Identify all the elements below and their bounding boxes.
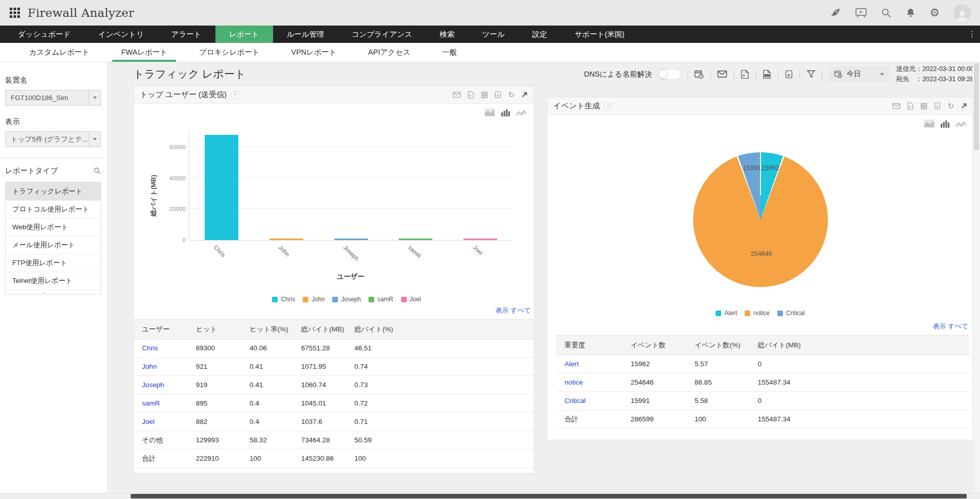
nav-item-reports[interactable]: レポート (215, 26, 273, 43)
vertical-scrollbar-thumb[interactable] (974, 63, 979, 150)
email-report-icon[interactable] (717, 70, 727, 78)
tab-fwa-report[interactable]: FWAレポート (105, 43, 183, 62)
search-icon[interactable] (881, 8, 892, 18)
tab-proxy-report[interactable]: プロキシレポート (183, 43, 275, 62)
expand-icon[interactable] (521, 91, 528, 98)
table-cell: 58.32 (241, 431, 293, 449)
tab-api-access[interactable]: APIアクセス (352, 43, 426, 62)
table-cell: 40.06 (241, 339, 293, 358)
device-select[interactable]: FGT100D186_Sim (5, 90, 101, 106)
report-type-item[interactable]: Telnet使用レポート (6, 272, 101, 290)
legend-label: Chris (281, 296, 295, 303)
report-type-item[interactable]: Web使用レポート (6, 218, 101, 236)
nav-item-search[interactable]: 検索 (426, 26, 469, 43)
bar-chart-icon[interactable] (940, 120, 950, 128)
pdf-icon[interactable]: A (907, 102, 914, 110)
show-all-link[interactable]: 表示 すべて (547, 322, 968, 331)
settings-gear-icon[interactable]: ⚙ (929, 7, 940, 18)
export-xls-icon[interactable]: x (785, 69, 793, 79)
email-icon[interactable] (453, 91, 461, 98)
row-link[interactable]: Joel (142, 418, 155, 425)
expand-icon[interactable] (961, 103, 967, 109)
tab-vpn-report[interactable]: VPNレポート (275, 43, 352, 62)
help-icon[interactable]: ? (231, 91, 238, 99)
line-chart-icon[interactable] (516, 109, 527, 116)
export-pdf-icon[interactable]: A (741, 69, 749, 79)
demo-screen-icon[interactable] (855, 7, 867, 18)
table-head: ユーザーヒットヒット率(%)総バイト(MB)総バイト(%) (134, 320, 534, 339)
row-link[interactable]: notice (565, 378, 583, 386)
schedule-report-icon[interactable] (694, 69, 704, 79)
table-cell: 895 (188, 394, 241, 413)
spreadsheet-icon[interactable] (920, 103, 927, 110)
horizontal-scrollbar[interactable] (0, 493, 980, 499)
dns-resolve-toggle[interactable] (657, 68, 681, 80)
horizontal-scrollbar-thumb[interactable] (131, 494, 967, 498)
bar-chart-icon[interactable] (501, 108, 510, 116)
chevron-down-icon (880, 73, 884, 76)
toolbar-separator: | (709, 70, 712, 79)
nav-item-inventory[interactable]: インベントリ (85, 26, 158, 43)
rocket-icon[interactable] (830, 7, 841, 18)
table-cell: 50.59 (346, 431, 534, 449)
filter-icon[interactable] (806, 69, 816, 79)
report-type-item[interactable]: トラフィックレポート (6, 182, 101, 200)
notifications-bell-icon[interactable] (905, 8, 916, 18)
bar-chart-plot: 0200004000060000 (189, 132, 512, 241)
report-type-item[interactable]: メール使用レポート (6, 236, 101, 254)
row-link[interactable]: samR (142, 399, 160, 407)
xls-icon[interactable]: x (495, 91, 501, 99)
chevron-down-icon (93, 138, 97, 140)
row-link[interactable]: Alert (565, 360, 579, 368)
line-chart-icon[interactable] (955, 120, 966, 128)
nav-kebab-icon[interactable]: ⋮ (968, 26, 976, 43)
app-grid-icon[interactable] (9, 7, 20, 18)
display-select[interactable]: トップ5件 (グラフとテ... (5, 131, 101, 147)
nav-item-settings[interactable]: 設定 (519, 26, 561, 43)
y-axis-label: 総バイト(MB) (149, 175, 158, 217)
tab-general[interactable]: 一般 (426, 43, 473, 62)
spreadsheet-icon[interactable] (481, 91, 488, 99)
tab-custom-report[interactable]: カスタムレポート (13, 43, 105, 62)
refresh-icon[interactable]: ↻ (508, 91, 514, 99)
nav-item-compliance[interactable]: コンプライアンス (338, 26, 426, 43)
xls-icon[interactable]: x (934, 102, 941, 110)
report-type-item[interactable]: プロトコル使用レポート (6, 200, 101, 218)
row-link[interactable]: Chris (142, 344, 158, 352)
column-header: ユーザー (134, 320, 188, 339)
refresh-icon[interactable]: ↻ (947, 102, 954, 110)
period-select-value: 今日 (847, 69, 861, 79)
table-cell: 0 (750, 392, 969, 410)
main-nav: ダッシュボードインベントリアラートレポートルール管理コンプライアンス検索ツール設… (0, 26, 980, 43)
legend-swatch (303, 297, 308, 302)
chevron-down-icon (93, 97, 97, 99)
legend-label: Critical (786, 310, 805, 317)
report-type-search-icon[interactable] (93, 167, 101, 175)
row-link[interactable]: Critical (565, 397, 585, 405)
table-cell: 0.41 (241, 358, 293, 376)
report-type-item[interactable]: FTP使用レポート (6, 254, 101, 272)
area-chart-icon[interactable] (924, 120, 935, 128)
period-select[interactable]: 今日 (829, 66, 889, 82)
export-csv-icon[interactable]: csv (763, 69, 771, 79)
area-chart-icon[interactable] (484, 108, 495, 116)
vertical-scrollbar[interactable] (972, 62, 980, 493)
pie-slice-label: 15962 (762, 164, 779, 172)
nav-item-tools[interactable]: ツール (469, 26, 519, 43)
table-row: John9210.411071.950.74 (134, 358, 534, 376)
table-cell: 88.85 (687, 373, 750, 392)
row-link[interactable]: Joseph (142, 381, 164, 389)
nav-item-support[interactable]: サポート(米国) (561, 26, 639, 43)
help-icon[interactable]: ? (604, 102, 611, 110)
report-toolbar: DNSによる名前解決 | | | A | csv | (584, 66, 889, 82)
table-row: Chris8930040.0667551.2846.51 (134, 339, 534, 358)
nav-item-alerts[interactable]: アラート (158, 26, 215, 43)
user-avatar[interactable] (953, 4, 971, 21)
email-icon[interactable] (892, 103, 900, 109)
show-all-link[interactable]: 表示 すべて (134, 306, 531, 315)
nav-item-rule-management[interactable]: ルール管理 (273, 26, 338, 43)
date-to: 宛先 ：2022-03-31 09:28 (896, 74, 974, 84)
pdf-icon[interactable]: A (468, 91, 474, 99)
row-link[interactable]: John (142, 363, 157, 370)
nav-item-dashboard[interactable]: ダッシュボード (4, 26, 85, 43)
